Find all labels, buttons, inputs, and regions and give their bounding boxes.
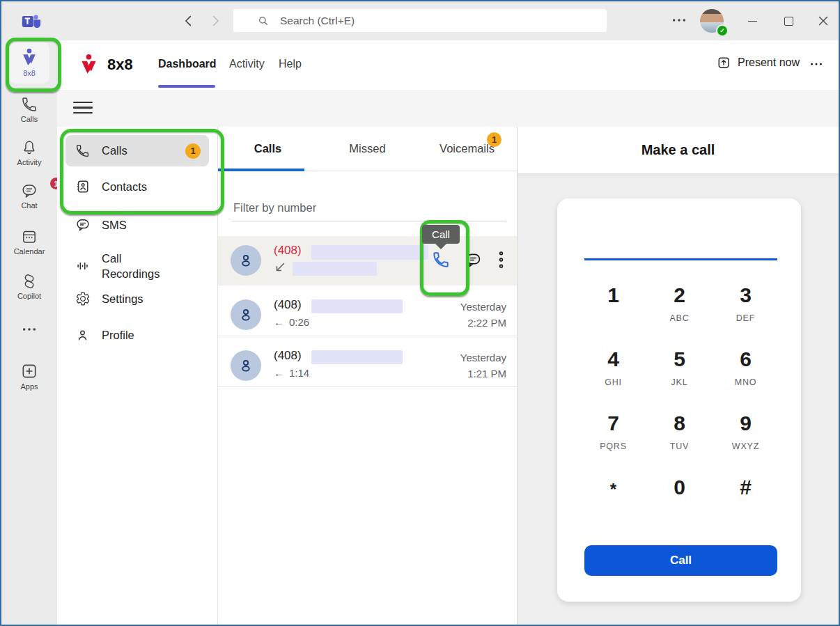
call-duration: ← 1:14 [274, 367, 309, 379]
search-input[interactable] [279, 14, 574, 28]
back-button[interactable] [181, 13, 196, 29]
nav-item-label: Calls [102, 143, 127, 158]
filter-by-number-input[interactable] [232, 195, 506, 221]
chat-icon: 1 [21, 182, 38, 199]
dialpad-key-4[interactable]: 4GHI [580, 347, 646, 412]
teams-logo [21, 10, 42, 31]
voicemails-badge: 1 [487, 132, 501, 147]
dialpad-key-6[interactable]: 6MNO [713, 347, 779, 412]
incoming-arrow-icon: ← [274, 316, 284, 328]
titlebar-more-icon[interactable] [671, 17, 687, 24]
call-timestamp: Yesterday 1:21 PM [460, 350, 506, 382]
brand-title: 8x8 [107, 56, 133, 74]
dialpad-key-5[interactable]: 5JKL [646, 347, 713, 412]
nav-item-label: Call Recordings [102, 251, 178, 282]
rail-item-apps[interactable]: Apps [1, 362, 57, 391]
make-a-call-title: Make a call [518, 127, 839, 174]
rail-item-chat[interactable]: 1 Chat [1, 182, 57, 210]
more-options-kebab-icon[interactable] [497, 250, 505, 269]
active-tab-underline [158, 85, 215, 88]
dialpad-key-8[interactable]: 8TUV [646, 412, 713, 476]
minimize-button[interactable] [738, 11, 766, 31]
contact-avatar [231, 350, 261, 381]
nav-item-label: SMS [102, 217, 127, 233]
bell-icon [21, 139, 38, 156]
title-bar: ✓ [1, 1, 839, 40]
contacts-icon [75, 179, 91, 194]
rail-item-copilot[interactable]: Copilot [1, 273, 57, 300]
rail-item-label: Apps [20, 382, 38, 391]
rail-item-label: 8x8 [23, 69, 36, 77]
call-button[interactable]: Call [584, 545, 777, 576]
dialpad-key-pound[interactable]: # [713, 476, 779, 540]
dialpad-key-9[interactable]: 9WXYZ [713, 412, 779, 476]
presence-available-icon: ✓ [716, 24, 729, 37]
rail-more-icon[interactable] [1, 326, 57, 333]
sms-icon [75, 217, 91, 233]
dialpad-key-0[interactable]: 0 [646, 476, 713, 540]
send-sms-icon[interactable] [465, 251, 482, 269]
rail-item-label: Activity [17, 158, 42, 166]
nav-item-settings[interactable]: Settings [65, 284, 209, 313]
rail-item-label: Chat [21, 201, 37, 210]
calls-list-panel: Calls Missed Voicemails 1 (408) [217, 127, 517, 625]
nav-item-profile[interactable]: Profile [65, 320, 209, 350]
nav-item-contacts[interactable]: Contacts [65, 171, 209, 202]
tab-activity[interactable]: Activity [229, 58, 265, 70]
teams-app-rail: 8x8 Calls Activity 1 Chat Calendar [1, 40, 57, 625]
header-more-icon[interactable] [809, 61, 823, 67]
dialpad-key-1[interactable]: 1 [580, 283, 646, 347]
maximize-button[interactable] [775, 11, 802, 31]
rail-item-activity[interactable]: Activity [1, 139, 57, 166]
dial-pad: 1 2ABC 3DEF 4GHI 5JKL 6MNO 7PQRS 8TUV 9W… [580, 283, 779, 540]
tab-missed[interactable]: Missed [318, 127, 417, 171]
number-input-underline[interactable] [584, 258, 777, 260]
waveform-icon [75, 258, 91, 274]
dialpad-key-3[interactable]: 3DEF [713, 283, 779, 347]
call-direction [274, 261, 286, 274]
contact-avatar [231, 299, 261, 330]
rail-item-8x8[interactable]: 8x8 [9, 42, 49, 84]
call-row[interactable]: (408) [218, 236, 518, 285]
hamburger-menu-icon[interactable] [73, 102, 93, 117]
rail-item-label: Copilot [17, 292, 41, 300]
nav-item-sms[interactable]: SMS [65, 210, 209, 240]
secondary-toolbar [57, 90, 839, 127]
nav-item-calls[interactable]: Calls 1 [65, 135, 209, 166]
rail-item-calendar[interactable]: Calendar [1, 228, 57, 256]
call-row[interactable]: (408) ← 0:26 Yesterday 2:22 PM [218, 294, 518, 336]
calls-tabs: Calls Missed Voicemails [218, 127, 517, 171]
dialer-panel: Make a call 1 2ABC 3DEF 4GHI 5JKL 6MNO 7… [517, 127, 839, 625]
calls-badge: 1 [185, 143, 201, 159]
forward-button[interactable] [208, 13, 223, 29]
nav-item-label: Contacts [102, 179, 147, 194]
call-back-icon[interactable] [432, 251, 450, 269]
redacted-name [293, 262, 377, 276]
8x8-app-icon [21, 48, 38, 67]
calendar-icon [21, 228, 38, 245]
nav-item-label: Settings [102, 291, 143, 306]
rail-item-calls[interactable]: Calls [1, 96, 57, 123]
phone-icon [21, 96, 38, 113]
search-box[interactable] [233, 8, 607, 33]
dialpad-key-star[interactable]: * [580, 476, 646, 540]
teams-window: ✓ 8x8 Calls [0, 0, 840, 626]
call-row[interactable]: (408) ← 1:14 Yesterday 1:21 PM [218, 345, 518, 387]
tab-help[interactable]: Help [279, 58, 302, 70]
tab-dashboard[interactable]: Dashboard [158, 58, 217, 70]
close-button[interactable] [809, 11, 837, 31]
rail-item-label: Calendar [14, 247, 45, 256]
dialpad-key-2[interactable]: 2ABC [646, 283, 713, 347]
nav-item-call-recordings[interactable]: Call Recordings [65, 242, 209, 290]
present-now-icon [716, 55, 731, 70]
tab-voicemails[interactable]: Voicemails [417, 127, 517, 171]
present-now-button[interactable]: Present now [716, 55, 800, 70]
dialpad-key-7[interactable]: 7PQRS [580, 412, 646, 476]
dial-pad-card: 1 2ABC 3DEF 4GHI 5JKL 6MNO 7PQRS 8TUV 9W… [557, 198, 801, 602]
nav-item-label: Profile [102, 327, 134, 343]
tab-calls[interactable]: Calls [218, 127, 318, 171]
redacted-number [311, 245, 428, 260]
active-calls-tab-underline [218, 169, 304, 171]
rail-item-label: Calls [21, 115, 38, 123]
8x8-brand-logo [79, 54, 98, 75]
